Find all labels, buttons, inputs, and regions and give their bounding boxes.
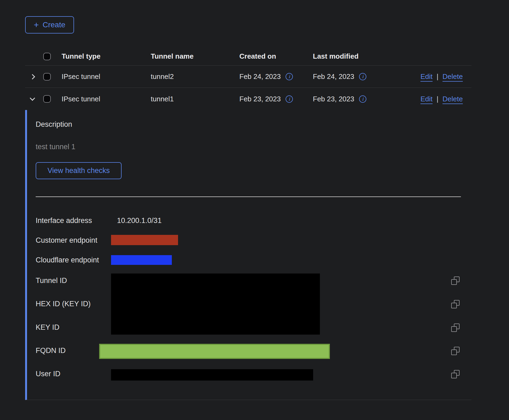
row-actions: Edit | Delete	[386, 72, 471, 81]
header-created-on: Created on	[239, 52, 313, 61]
user-id-redaction	[111, 369, 313, 381]
copy-icon[interactable]	[451, 347, 460, 355]
row-checkbox[interactable]	[43, 95, 51, 103]
tunnel-detail-panel: Description test tunnel 1 View health ch…	[25, 110, 471, 400]
modified-date: Feb 24, 2023	[313, 72, 354, 81]
plus-icon: +	[34, 21, 39, 29]
tunnels-page: + Create Tunnel type Tunnel name Created…	[0, 0, 509, 420]
select-all-checkbox[interactable]	[43, 53, 51, 60]
tunnel-type-cell: IPsec tunnel	[56, 95, 151, 103]
modified-date: Feb 23, 2023	[313, 95, 354, 103]
panel-divider	[36, 196, 461, 197]
ids-redaction-block	[111, 274, 320, 335]
tunnel-name-cell: tunnel1	[151, 95, 239, 103]
copy-icon[interactable]	[451, 300, 460, 308]
copy-icon-front	[451, 349, 457, 355]
row-actions: Edit | Delete	[386, 95, 471, 103]
actions-separator: |	[437, 72, 438, 81]
copy-icon-front	[451, 279, 457, 285]
tunnels-table: Tunnel type Tunnel name Created on Last …	[25, 47, 471, 110]
info-icon[interactable]: i	[359, 95, 366, 103]
fqdn-id-redaction	[99, 344, 330, 359]
copy-icon-front	[451, 373, 457, 378]
description-value: test tunnel 1	[36, 142, 75, 151]
tunnel-type-cell: IPsec tunnel	[56, 72, 151, 81]
hex-id-label: HEX ID (KEY ID)	[36, 299, 91, 308]
chevron-right-icon[interactable]	[30, 74, 35, 79]
header-tunnel-type: Tunnel type	[56, 52, 151, 61]
interface-address-label: Interface address	[36, 216, 92, 225]
copy-icon-front	[451, 303, 457, 308]
cloudflare-endpoint-label: Cloudflare endpoint	[36, 255, 99, 265]
cloudflare-endpoint-redaction	[111, 255, 172, 265]
delete-link[interactable]: Delete	[443, 72, 463, 81]
create-button[interactable]: + Create	[25, 16, 74, 34]
header-last-modified: Last modified	[313, 52, 386, 61]
info-icon[interactable]: i	[286, 73, 293, 80]
customer-endpoint-label: Customer endpoint	[36, 236, 97, 245]
info-icon[interactable]: i	[359, 73, 366, 80]
created-date: Feb 24, 2023	[239, 72, 281, 81]
created-on-cell: Feb 24, 2023 i	[239, 72, 313, 81]
edit-link[interactable]: Edit	[420, 72, 433, 81]
delete-link[interactable]: Delete	[443, 95, 463, 103]
table-row: IPsec tunnel tunnel1 Feb 23, 2023 i Feb …	[25, 88, 471, 110]
created-date: Feb 23, 2023	[239, 95, 281, 103]
copy-icon-front	[451, 326, 457, 332]
fqdn-id-label: FQDN ID	[36, 346, 66, 355]
customer-endpoint-redaction	[111, 235, 178, 245]
created-on-cell: Feb 23, 2023 i	[239, 95, 313, 103]
tunnel-name-cell: tunnel2	[151, 72, 239, 81]
create-button-label: Create	[43, 21, 65, 29]
interface-address-value: 10.200.1.0/31	[117, 216, 162, 225]
last-modified-cell: Feb 23, 2023 i	[313, 95, 386, 103]
edit-link[interactable]: Edit	[420, 95, 433, 103]
chevron-down-icon[interactable]	[30, 95, 35, 101]
last-modified-cell: Feb 24, 2023 i	[313, 72, 386, 81]
info-icon[interactable]: i	[286, 95, 293, 103]
row-checkbox[interactable]	[43, 73, 51, 81]
copy-icon[interactable]	[451, 276, 460, 285]
table-row: IPsec tunnel tunnel2 Feb 24, 2023 i Feb …	[25, 66, 471, 88]
copy-icon[interactable]	[451, 370, 460, 378]
table-header-row: Tunnel type Tunnel name Created on Last …	[25, 47, 471, 66]
description-label: Description	[36, 120, 72, 129]
key-id-label: KEY ID	[36, 323, 59, 332]
actions-separator: |	[437, 95, 438, 103]
tunnel-id-label: Tunnel ID	[36, 276, 67, 285]
copy-icon[interactable]	[451, 324, 460, 332]
user-id-label: User ID	[36, 369, 61, 378]
view-health-checks-button[interactable]: View health checks	[36, 162, 122, 179]
header-tunnel-name: Tunnel name	[151, 52, 239, 61]
